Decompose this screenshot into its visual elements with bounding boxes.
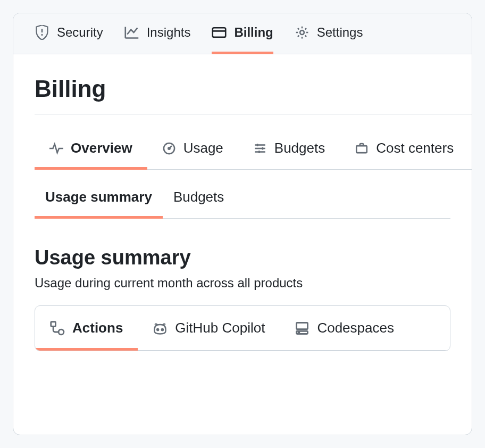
product-tabstrip: Actions GitHub Copilot Codespaces [35,306,450,351]
svg-rect-14 [356,146,367,153]
billing-tabstrip: Overview Usage Budgets Cost centers [35,140,472,170]
svg-point-16 [58,329,64,335]
content-area: Billing Overview Usage Budgets [13,54,472,351]
usage-card: Actions GitHub Copilot Codespaces [35,305,450,351]
top-nav: Security Insights Billing Settings [13,13,472,54]
svg-point-18 [162,329,163,330]
tab-overview[interactable]: Overview [35,140,147,170]
sliders-icon [253,142,267,155]
page-title: Billing [35,76,472,114]
tab-usage-summary[interactable]: Usage summary [35,189,163,219]
tab-cost-centers[interactable]: Cost centers [340,140,469,170]
svg-point-21 [298,331,299,333]
gear-icon [295,25,310,40]
tab-budgets[interactable]: Budgets [238,140,340,170]
tab-label: Actions [72,320,123,336]
svg-rect-19 [297,322,308,329]
product-tab-actions[interactable]: Actions [35,320,138,351]
tab-label: Overview [71,140,132,156]
nav-label: Insights [147,25,191,40]
codespaces-icon [295,321,310,336]
product-tab-copilot[interactable]: GitHub Copilot [138,320,280,351]
nav-label: Settings [317,25,363,40]
svg-point-4 [300,30,304,35]
svg-point-17 [157,329,158,330]
usage-summary-section: Usage summary Usage during current month… [35,246,472,351]
shield-icon [35,25,49,40]
nav-insights[interactable]: Insights [124,25,191,54]
product-tab-codespaces[interactable]: Codespaces [280,320,409,351]
nav-security[interactable]: Security [35,25,103,54]
tab-label: Cost centers [376,140,454,156]
tab-label: Budgets [274,140,325,156]
svg-rect-2 [213,28,226,37]
tab-label: Usage summary [45,189,152,205]
tab-label: Budgets [173,189,224,205]
tab-summary-budgets[interactable]: Budgets [163,189,235,219]
svg-point-7 [168,147,170,149]
svg-point-1 [41,34,43,36]
gauge-icon [162,142,176,155]
workflow-icon [50,321,65,336]
nav-settings[interactable]: Settings [295,25,363,54]
tab-label: GitHub Copilot [175,320,265,336]
section-subtitle: Usage during current month across all pr… [35,276,472,291]
svg-rect-15 [51,321,56,326]
graph-icon [124,25,139,40]
summary-tabstrip: Usage summary Budgets [35,189,450,219]
tab-usage[interactable]: Usage [147,140,238,170]
billing-panel: Security Insights Billing Settings Billi… [13,13,472,435]
section-title: Usage summary [35,246,472,269]
nav-label: Billing [234,25,273,40]
copilot-icon [153,321,168,336]
pulse-icon [49,142,63,155]
nav-label: Security [57,25,103,40]
credit-card-icon [212,25,227,40]
tab-label: Usage [183,140,223,156]
briefcase-icon [355,142,369,155]
nav-billing[interactable]: Billing [212,25,273,54]
tab-label: Codespaces [317,320,394,336]
